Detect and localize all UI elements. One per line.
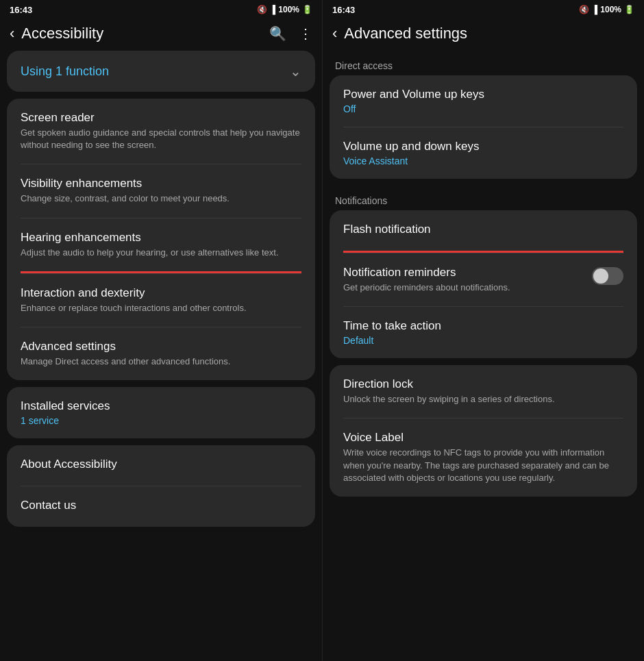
flash-notification-item[interactable]: Flash notification [330,210,637,251]
voice-label-title: Voice Label [343,431,623,445]
hearing-subtitle: Adjust the audio to help your hearing, o… [21,247,301,259]
notification-reminders-subtitle: Get periodic reminders about notificatio… [343,282,585,294]
volume-keys-value: Voice Assistant [343,155,623,166]
notification-reminders-title: Notification reminders [343,266,585,279]
notifications-label: Notifications [330,186,637,210]
installed-services-title: Installed services [21,399,301,413]
about-contact-card: About Accessibility Contact us [7,445,315,527]
battery-left: 100% [278,5,299,14]
top-nav-left: ‹ Accessibility 🔍 ⋮ [0,19,322,51]
power-volume-value: Off [343,103,623,114]
interaction-subtitle: Enhance or replace touch interactions an… [21,302,301,314]
interaction-item[interactable]: Interaction and dexterity Enhance or rep… [7,274,315,327]
page-title-right: Advanced settings [344,25,634,42]
contact-us-item[interactable]: Contact us [7,486,315,527]
back-button-right[interactable]: ‹ [332,25,337,42]
chevron-down-icon: ⌄ [290,63,301,79]
power-volume-item[interactable]: Power and Volume up keys Off [330,75,637,127]
screen-reader-title: Screen reader [21,111,301,125]
advanced-settings-title: Advanced settings [21,340,301,353]
direct-access-card: Power and Volume up keys Off Volume up a… [330,75,637,179]
screen-reader-subtitle: Get spoken audio guidance and special co… [21,127,301,151]
battery-right: 100% [600,5,621,14]
visibility-item[interactable]: Visibility enhancements Change size, con… [7,164,315,217]
time-to-action-item[interactable]: Time to take action Default [330,307,637,358]
flash-notification-title: Flash notification [343,223,623,236]
direction-lock-card: Direction lock Unlock the screen by swip… [330,365,637,497]
signal-icon-left: ▐ [270,5,276,14]
installed-services-count: 1 service [21,415,301,426]
more-button[interactable]: ⋮ [299,25,312,42]
installed-services-item[interactable]: Installed services 1 service [7,387,315,438]
mute-icon-left: 🔇 [257,5,267,14]
status-bar-right: 16:43 🔇 ▐ 100% 🔋 [323,0,644,19]
hearing-item[interactable]: Hearing enhancements Adjust the audio to… [7,219,315,271]
right-content: Direct access Power and Volume up keys O… [323,51,644,661]
visibility-subtitle: Change size, contrast, and color to meet… [21,192,301,205]
notification-reminders-item[interactable]: Notification reminders Get periodic remi… [330,253,637,306]
mute-icon-right: 🔇 [579,5,589,14]
interaction-title: Interaction and dexterity [21,286,301,300]
about-accessibility-item[interactable]: About Accessibility [7,445,315,486]
direction-lock-subtitle: Unlock the screen by swiping in a series… [343,393,623,406]
time-to-action-title: Time to take action [343,319,623,333]
notification-reminders-text: Notification reminders Get periodic remi… [343,266,592,294]
notification-reminders-toggle[interactable] [592,267,623,285]
battery-icon-left: 🔋 [302,5,312,14]
using-banner[interactable]: Using 1 function ⌄ [7,51,315,92]
notification-reminders-row: Notification reminders Get periodic remi… [343,266,623,294]
left-content: Using 1 function ⌄ Screen reader Get spo… [0,51,322,661]
page-title-left: Accessibility [21,25,262,42]
hearing-title: Hearing enhancements [21,231,301,245]
toggle-knob [593,269,608,284]
advanced-settings-item[interactable]: Advanced settings Manage Direct access a… [7,327,315,380]
time-left: 16:43 [10,5,32,15]
back-button-left[interactable]: ‹ [10,25,14,42]
direction-lock-item[interactable]: Direction lock Unlock the screen by swip… [330,365,637,418]
battery-icon-right: 🔋 [624,5,634,14]
contact-title: Contact us [21,499,301,512]
top-nav-right: ‹ Advanced settings [323,19,644,51]
right-panel: 16:43 🔇 ▐ 100% 🔋 ‹ Advanced settings Dir… [322,0,644,661]
advanced-settings-subtitle: Manage Direct access and other advanced … [21,356,301,368]
time-to-action-value: Default [343,335,623,346]
volume-keys-title: Volume up and down keys [343,140,623,153]
about-title: About Accessibility [21,458,301,471]
status-bar-left: 16:43 🔇 ▐ 100% 🔋 [0,0,322,19]
left-panel: 16:43 🔇 ▐ 100% 🔋 ‹ Accessibility 🔍 ⋮ Usi… [0,0,322,661]
installed-services-card[interactable]: Installed services 1 service [7,387,315,438]
search-button[interactable]: 🔍 [269,25,286,42]
power-volume-title: Power and Volume up keys [343,88,623,101]
voice-label-item[interactable]: Voice Label Write voice recordings to NF… [330,419,637,497]
direct-access-label: Direct access [330,51,637,75]
direction-lock-title: Direction lock [343,377,623,391]
visibility-title: Visibility enhancements [21,177,301,190]
time-right: 16:43 [332,5,355,15]
notifications-card: Flash notification Notification reminder… [330,210,637,358]
screen-reader-item[interactable]: Screen reader Get spoken audio guidance … [7,99,315,164]
main-menu-card: Screen reader Get spoken audio guidance … [7,99,315,380]
voice-label-subtitle: Write voice recordings to NFC tags to pr… [343,447,623,484]
volume-keys-item[interactable]: Volume up and down keys Voice Assistant [330,127,637,179]
signal-icon-right: ▐ [592,5,598,14]
using-label: Using 1 function [21,64,109,79]
